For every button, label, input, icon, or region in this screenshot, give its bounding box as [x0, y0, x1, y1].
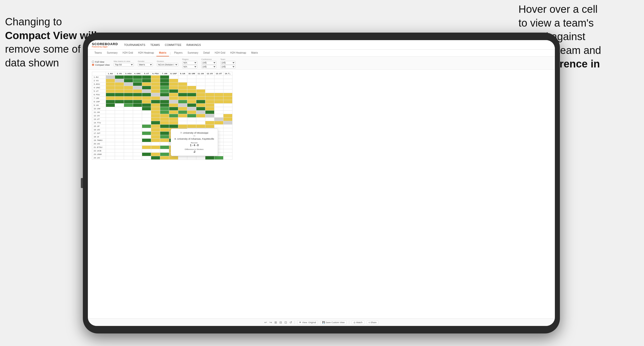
matrix-cell[interactable]: [187, 111, 196, 114]
matrix-cell[interactable]: [178, 90, 187, 93]
matrix-cell[interactable]: [142, 97, 151, 100]
matrix-cell[interactable]: [223, 139, 232, 142]
matrix-cell[interactable]: [223, 146, 232, 149]
redo-icon[interactable]: ↪: [269, 321, 272, 324]
matrix-cell[interactable]: [115, 149, 124, 153]
matrix-cell[interactable]: [124, 153, 133, 156]
matrix-cell[interactable]: [106, 97, 115, 100]
region-select-2[interactable]: N/A: [182, 65, 197, 68]
matrix-cell[interactable]: [133, 97, 142, 100]
matrix-cell[interactable]: [142, 142, 151, 146]
matrix-cell[interactable]: [115, 128, 124, 132]
matrix-cell[interactable]: [142, 118, 151, 121]
matrix-cell[interactable]: [106, 107, 115, 111]
matrix-cell[interactable]: [106, 121, 115, 125]
matrix-cell[interactable]: [124, 125, 133, 128]
matrix-cell[interactable]: [196, 100, 205, 104]
matrix-cell[interactable]: [223, 90, 232, 93]
matrix-cell[interactable]: [223, 118, 232, 121]
matrix-cell[interactable]: [142, 135, 151, 139]
matrix-cell[interactable]: [124, 100, 133, 104]
matrix-cell[interactable]: [115, 125, 124, 128]
nav-tournaments[interactable]: TOURNAMENTS: [124, 43, 145, 47]
matrix-cell[interactable]: [133, 104, 142, 107]
matrix-cell[interactable]: [205, 79, 214, 82]
matrix-cell[interactable]: [124, 142, 133, 146]
matrix-cell[interactable]: [151, 118, 160, 121]
matrix-content[interactable]: 7. University of Mississippi vs 8. Unive…: [88, 70, 555, 318]
matrix-cell[interactable]: [124, 135, 133, 139]
matrix-cell[interactable]: [106, 93, 115, 97]
save-custom-btn[interactable]: 💾 Save Custom View: [320, 320, 346, 324]
matrix-cell[interactable]: [223, 153, 232, 156]
matrix-cell[interactable]: [133, 146, 142, 149]
matrix-cell[interactable]: [187, 100, 196, 104]
matrix-cell[interactable]: [205, 114, 214, 118]
matrix-cell[interactable]: [133, 153, 142, 156]
matrix-cell[interactable]: [160, 100, 169, 104]
matrix-cell[interactable]: [178, 111, 187, 114]
matrix-cell[interactable]: [223, 111, 232, 114]
matrix-cell[interactable]: [106, 86, 115, 90]
matrix-cell[interactable]: [205, 82, 214, 86]
matrix-cell[interactable]: [115, 97, 124, 100]
matrix-cell[interactable]: [214, 156, 223, 160]
matrix-cell[interactable]: [214, 82, 223, 86]
matrix-cell[interactable]: [142, 82, 151, 86]
matrix-cell[interactable]: [106, 104, 115, 107]
matrix-cell[interactable]: [115, 111, 124, 114]
matrix-cell[interactable]: [151, 139, 160, 142]
matrix-cell[interactable]: [196, 125, 205, 128]
matrix-cell[interactable]: [196, 82, 205, 86]
matrix-cell[interactable]: [178, 79, 187, 82]
matrix-cell[interactable]: [178, 107, 187, 111]
matrix-cell[interactable]: [124, 75, 133, 79]
matrix-cell[interactable]: [115, 153, 124, 156]
matrix-cell[interactable]: [160, 149, 169, 153]
nav-committee[interactable]: COMMITTEE: [165, 43, 182, 47]
matrix-cell[interactable]: [160, 135, 169, 139]
matrix-cell[interactable]: [133, 121, 142, 125]
matrix-cell[interactable]: [196, 121, 205, 125]
matrix-cell[interactable]: [106, 135, 115, 139]
matrix-cell[interactable]: [169, 100, 178, 104]
matrix-cell[interactable]: [160, 104, 169, 107]
division-select[interactable]: NCAA Division I: [157, 63, 178, 66]
matrix-cell[interactable]: [133, 118, 142, 121]
matrix-cell[interactable]: [160, 86, 169, 90]
full-view-radio[interactable]: [92, 61, 94, 63]
matrix-cell[interactable]: [187, 93, 196, 97]
matrix-cell[interactable]: [223, 149, 232, 153]
matrix-cell[interactable]: [151, 75, 160, 79]
matrix-cell[interactable]: [169, 114, 178, 118]
matrix-cell[interactable]: [115, 90, 124, 93]
matrix-cell[interactable]: [178, 82, 187, 86]
matrix-cell[interactable]: [106, 114, 115, 118]
matrix-cell[interactable]: [205, 156, 214, 160]
matrix-cell[interactable]: [178, 93, 187, 97]
matrix-cell[interactable]: [223, 100, 232, 104]
matrix-cell[interactable]: [223, 135, 232, 139]
matrix-cell[interactable]: [205, 86, 214, 90]
matrix-cell[interactable]: [196, 86, 205, 90]
matrix-cell[interactable]: [133, 86, 142, 90]
matrix-cell[interactable]: [214, 93, 223, 97]
matrix-cell[interactable]: [133, 90, 142, 93]
matrix-cell[interactable]: [151, 149, 160, 153]
matrix-cell[interactable]: [205, 118, 214, 121]
matrix-cell[interactable]: [223, 114, 232, 118]
matrix-cell[interactable]: [142, 75, 151, 79]
matrix-cell[interactable]: [160, 132, 169, 135]
matrix-cell[interactable]: [178, 86, 187, 90]
matrix-cell[interactable]: [115, 146, 124, 149]
matrix-cell[interactable]: [187, 121, 196, 125]
matrix-cell[interactable]: [187, 156, 196, 160]
matrix-cell[interactable]: [196, 93, 205, 97]
matrix-cell[interactable]: [133, 100, 142, 104]
matrix-cell[interactable]: [142, 104, 151, 107]
nav-teams[interactable]: TEAMS: [150, 43, 160, 47]
matrix-cell[interactable]: [133, 79, 142, 82]
sub-tab-detail[interactable]: Detail: [201, 50, 212, 56]
matrix-cell[interactable]: [106, 125, 115, 128]
matrix-cell[interactable]: [142, 139, 151, 142]
